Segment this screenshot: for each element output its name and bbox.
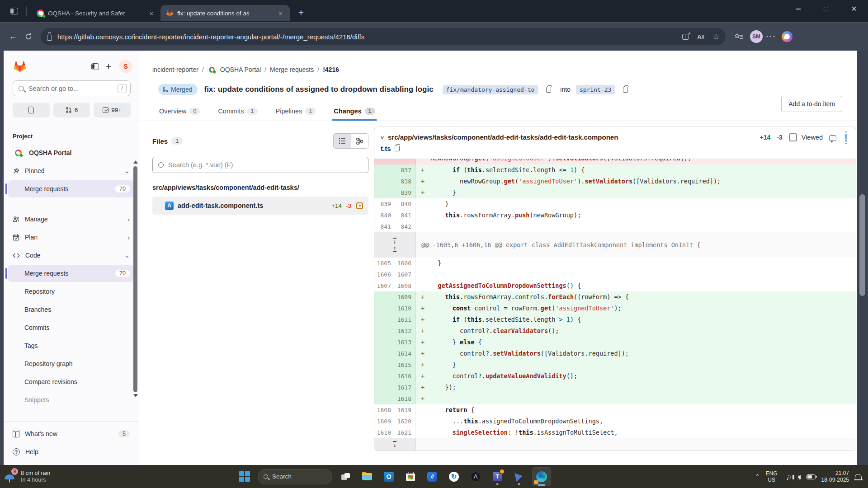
sidebar-item-manage[interactable]: Manage › [8,211,134,228]
file-search-input[interactable]: Search (e.g. *.vue) (F) [152,157,368,173]
sidebar-item-tags[interactable]: Tags [8,337,134,354]
scrollbar-thumb[interactable] [133,166,137,392]
issues-shortcut[interactable] [13,103,50,117]
split-screen-button[interactable] [679,30,692,43]
old-line-number[interactable] [374,348,395,359]
battery-icon[interactable] [807,474,816,479]
add-todo-button[interactable]: Add a to-do item [781,96,842,112]
old-line-number[interactable] [374,337,395,348]
start-button[interactable] [236,468,253,486]
taskbar-clock[interactable]: 21:07 18-09-2025 [821,470,849,483]
old-line-number[interactable] [374,314,395,325]
old-line-number[interactable]: 1605 [374,258,395,269]
old-line-number[interactable] [374,382,395,393]
tab-pipelines[interactable]: Pipelines1 [276,108,316,121]
file-explorer-button[interactable] [359,468,376,486]
scrollbar-thumb[interactable] [859,194,865,296]
new-line-number[interactable]: 1612 [395,325,416,337]
old-line-number[interactable]: 1606 [374,269,395,280]
browser-scrollbar[interactable] [857,51,868,465]
old-line-number[interactable]: 841 [374,221,395,232]
new-line-number[interactable]: 1610 [395,303,416,314]
tab-overview[interactable]: Overview0 [159,108,200,121]
tab-close-icon[interactable]: × [147,9,156,18]
app-button-3[interactable]: A [467,468,484,486]
old-line-number[interactable] [374,303,395,314]
breadcrumb-project-group[interactable]: incident-reporter [152,66,198,73]
new-line-number[interactable]: 1609 [395,291,416,303]
old-line-number[interactable] [374,393,395,404]
new-line-number[interactable]: 839 [395,187,416,198]
new-line-number[interactable]: 840 [395,198,416,210]
edge-button-active[interactable] [532,467,551,486]
taskbar-search[interactable]: Search [258,469,332,484]
old-line-number[interactable] [374,164,395,176]
tab-actions-button[interactable] [6,5,22,18]
browser-settings-menu[interactable]: ··· [764,30,778,43]
lock-icon[interactable] [47,35,52,41]
window-minimize-button[interactable] [784,0,812,18]
sidebar-item-plan[interactable]: Plan › [8,229,134,246]
app-button-1[interactable]: // [424,468,441,486]
sidebar-item-project[interactable]: OQSHA Portal [8,144,134,161]
new-line-number[interactable]: 1618 [395,393,416,404]
breadcrumb-project[interactable]: OQSHA Portal [220,66,261,73]
user-avatar[interactable]: S [119,60,132,73]
old-line-number[interactable] [374,159,395,164]
scroll-down-arrow[interactable] [133,394,138,397]
copy-source-branch-icon[interactable] [546,87,551,93]
merge-requests-shortcut[interactable]: 6 [53,103,90,117]
window-maximize-button[interactable] [812,0,840,18]
new-line-number[interactable]: 837 [395,164,416,176]
favorites-bar-button[interactable] [732,30,745,43]
old-line-number[interactable] [374,371,395,382]
browser-profile-avatar[interactable]: SM [750,30,763,43]
browser-tab-gitlab-active[interactable]: fix: update conditions of as × [160,5,290,21]
microsoft-store-button[interactable] [402,468,419,486]
new-line-number[interactable]: 1617 [395,382,416,393]
sidebar-item-merge-requests[interactable]: Merge requests70 [8,265,134,282]
scroll-up-arrow[interactable] [133,160,138,164]
volume-icon[interactable] [797,475,801,479]
diff-options-kebab-icon[interactable]: ⋮⋮⋮ [843,132,849,143]
sidebar-item-pinned-merge-requests[interactable]: Merge requests 70 [8,180,134,197]
sidebar-scrollbar[interactable] [132,160,138,418]
old-line-number[interactable]: 1610 [374,427,395,438]
expand-down-button[interactable]: ↓ [393,441,397,448]
expand-down-button[interactable]: ↓ [393,238,397,244]
create-new-button[interactable]: + [102,60,115,73]
old-line-number[interactable] [374,325,395,337]
new-line-number[interactable]: 841 [395,210,416,221]
file-list-item[interactable]: A add-edit-task.component.ts +14 -3 [152,197,368,215]
outlook-button[interactable]: O [380,468,397,486]
old-line-number[interactable]: 1607 [374,280,395,291]
collapse-chevron-icon[interactable]: ˅ [381,135,384,141]
sidebar-item-help[interactable]: ? Help [8,443,134,460]
sidebar-item-pinned[interactable]: Pinned ⌄ [8,162,134,179]
tab-commits[interactable]: Commits1 [218,108,257,121]
new-line-number[interactable]: 1607 [395,269,416,280]
tab-close-icon[interactable]: × [276,9,285,18]
new-line-number[interactable]: 1608 [395,280,416,291]
add-favorite-button[interactable]: ☆ [709,30,723,43]
browser-tab-oqsha[interactable]: OQSHA - Security and Safet × [31,5,160,21]
new-line-number[interactable]: 1621 [395,427,416,438]
gitlab-logo[interactable] [13,60,27,73]
sidebar-search[interactable]: Search or go to... / [13,80,131,96]
list-view-button[interactable] [334,134,351,148]
sidebar-item-commits[interactable]: Commits [8,319,134,336]
old-line-number[interactable] [374,359,395,371]
new-line-number[interactable]: 1611 [395,314,416,325]
target-branch-badge[interactable]: sprint-23 [576,85,615,94]
viewed-checkbox[interactable] [789,133,797,141]
address-bar[interactable]: https://gitlab.osmosys.co/incident-repor… [41,28,726,45]
tab-changes-active[interactable]: Changes1 [334,108,375,121]
sidebar-item-repository-graph[interactable]: Repository graph [8,355,134,372]
copy-target-branch-icon[interactable] [623,87,628,93]
sidebar-item-repository[interactable]: Repository [8,283,134,300]
window-close-button[interactable]: ✕ [840,0,868,18]
copilot-icon[interactable] [782,31,793,42]
vscode-button[interactable] [510,468,528,486]
comment-icon[interactable] [829,135,836,141]
breadcrumb-merge-requests[interactable]: Merge requests [270,66,314,73]
